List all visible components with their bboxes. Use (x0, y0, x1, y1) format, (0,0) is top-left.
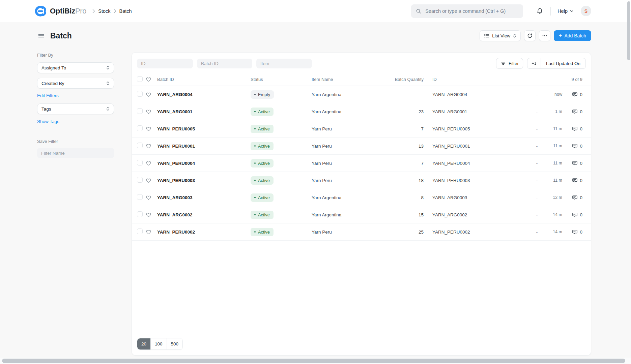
user-avatar[interactable]: S (581, 6, 591, 16)
breadcrumb-item-batch[interactable]: Batch (119, 8, 132, 14)
batch-id-link[interactable]: YARN_PERU0002 (157, 230, 248, 235)
row-checkbox[interactable] (137, 229, 143, 234)
row-checkbox[interactable] (137, 125, 143, 131)
like-button[interactable] (146, 229, 157, 235)
table-row[interactable]: YARN_PERU0003 Active Yarn Peru 18 YARN_P… (132, 172, 591, 189)
status-dot-icon (254, 128, 256, 129)
horizontal-scrollbar[interactable] (2, 359, 625, 363)
table-row[interactable]: YARN_ARG0002 Active Yarn Argentina 15 YA… (132, 206, 591, 223)
last-modified-time: 11 m (542, 161, 562, 165)
filter-sidebar: Filter By Assigned To Created By Edit Fi… (37, 51, 114, 158)
status-label: Active (258, 195, 270, 200)
item-name-cell: Yarn Peru (309, 230, 390, 235)
batch-id-link[interactable]: YARN_ARG0004 (157, 92, 248, 97)
comment-count-value: 0 (580, 92, 582, 97)
heart-icon (146, 92, 151, 97)
show-tags-link[interactable]: Show Tags (37, 119, 59, 124)
item-name-cell: Yarn Argentina (309, 212, 390, 217)
sidebar-toggle-button[interactable] (37, 32, 45, 40)
page-length-option[interactable]: 500 (167, 338, 183, 350)
add-batch-button[interactable]: + Add Batch (554, 30, 591, 41)
row-checkbox[interactable] (137, 177, 143, 183)
column-header-id: ID (432, 77, 483, 82)
table-row[interactable]: YARN_ARG0001 Active Yarn Argentina 23 YA… (132, 103, 591, 120)
tags-select[interactable]: Tags (37, 103, 114, 114)
comment-icon (572, 160, 578, 166)
batch-id-link[interactable]: YARN_ARG0002 (157, 212, 248, 217)
assignment-placeholder: - (532, 178, 542, 183)
like-button[interactable] (146, 195, 157, 201)
view-switcher-label: List View (492, 33, 510, 38)
page-length-option[interactable]: 100 (151, 338, 167, 350)
filter-name-input[interactable] (37, 148, 114, 158)
sort-field-button[interactable]: Last Updated On (541, 58, 585, 68)
table-row[interactable]: YARN_PERU0001 Active Yarn Peru 13 YARN_P… (132, 138, 591, 155)
page-length-option[interactable]: 20 (137, 338, 151, 350)
page-length-group: 20 100 500 (137, 338, 183, 350)
row-checkbox[interactable] (137, 160, 143, 165)
page-head: Batch List View + Add Batch (37, 30, 591, 42)
row-checkbox[interactable] (137, 108, 143, 114)
refresh-icon (527, 33, 533, 38)
batch-quantity-cell: 7 (390, 161, 424, 166)
batch-id-link[interactable]: YARN_ARG0001 (157, 109, 248, 114)
page-title: Batch (50, 31, 72, 40)
help-menu[interactable]: Help (557, 7, 574, 15)
row-checkbox[interactable] (137, 194, 143, 200)
table-row[interactable]: YARN_ARG0004 Empty Yarn Argentina YARN_A… (132, 86, 591, 103)
notifications-button[interactable] (535, 6, 544, 16)
table-row[interactable]: YARN_PERU0005 Active Yarn Peru 7 YARN_PE… (132, 120, 591, 138)
view-switcher-button[interactable]: List View (480, 30, 521, 41)
select-caret-icon (106, 65, 110, 70)
refresh-button[interactable] (524, 30, 536, 41)
table-row[interactable]: YARN_PERU0004 Active Yarn Peru 7 YARN_PE… (132, 155, 591, 172)
global-search[interactable] (411, 4, 523, 18)
like-button[interactable] (146, 143, 157, 149)
item-filter-input[interactable] (256, 59, 312, 68)
breadcrumb-item-stock[interactable]: Stock (98, 8, 110, 14)
assignment-placeholder: - (532, 212, 542, 217)
batch-id-link[interactable]: YARN_ARG0003 (157, 195, 248, 200)
batch-id-filter-input[interactable] (197, 59, 252, 68)
created-by-select[interactable]: Created By (37, 78, 114, 89)
search-input[interactable] (425, 8, 518, 14)
table-row[interactable]: YARN_PERU0002 Active Yarn Peru 25 YARN_P… (132, 223, 591, 241)
edit-filters-link[interactable]: Edit Filters (37, 93, 59, 98)
heart-icon (146, 77, 157, 82)
batch-id-link[interactable]: YARN_PERU0003 (157, 178, 248, 183)
like-button[interactable] (146, 212, 157, 218)
row-checkbox[interactable] (137, 211, 143, 217)
assignment-placeholder: - (532, 109, 542, 114)
comment-count: 0 (562, 160, 586, 166)
assigned-to-select[interactable]: Assigned To (37, 62, 114, 73)
batch-id-link[interactable]: YARN_PERU0001 (157, 144, 248, 149)
row-checkbox[interactable] (137, 143, 143, 148)
comment-count-value: 0 (580, 178, 582, 183)
brand-logo[interactable]: OptiBizPro (34, 5, 86, 18)
status-badge: Active (251, 176, 274, 185)
batch-id-link[interactable]: YARN_PERU0005 (157, 126, 248, 131)
like-button[interactable] (146, 92, 157, 97)
sort-direction-button[interactable] (527, 58, 541, 68)
last-modified-time: 1 m (542, 109, 562, 114)
batch-id-link[interactable]: YARN_PERU0004 (157, 161, 248, 166)
filter-button[interactable]: Filter (496, 58, 523, 69)
last-modified-time: 12 m (542, 195, 562, 200)
id-filter-input[interactable] (137, 59, 193, 68)
created-by-label: Created By (41, 81, 64, 86)
like-button[interactable] (146, 160, 157, 166)
like-button[interactable] (146, 126, 157, 132)
assignment-placeholder: - (532, 144, 542, 149)
add-batch-label: Add Batch (564, 33, 586, 38)
assigned-to-label: Assigned To (41, 65, 66, 70)
select-all-checkbox[interactable] (137, 76, 143, 82)
like-button[interactable] (146, 109, 157, 115)
last-modified-time: now (542, 92, 562, 97)
like-button[interactable] (146, 178, 157, 183)
row-checkbox[interactable] (137, 91, 143, 97)
vertical-scrollbar[interactable] (627, 1, 630, 60)
table-row[interactable]: YARN_ARG0003 Active Yarn Argentina 8 YAR… (132, 189, 591, 206)
column-header-item-name: Item Name (309, 77, 390, 82)
more-actions-button[interactable] (539, 30, 550, 41)
table-header: Batch ID Status Item Name Batch Quantity… (132, 73, 591, 86)
